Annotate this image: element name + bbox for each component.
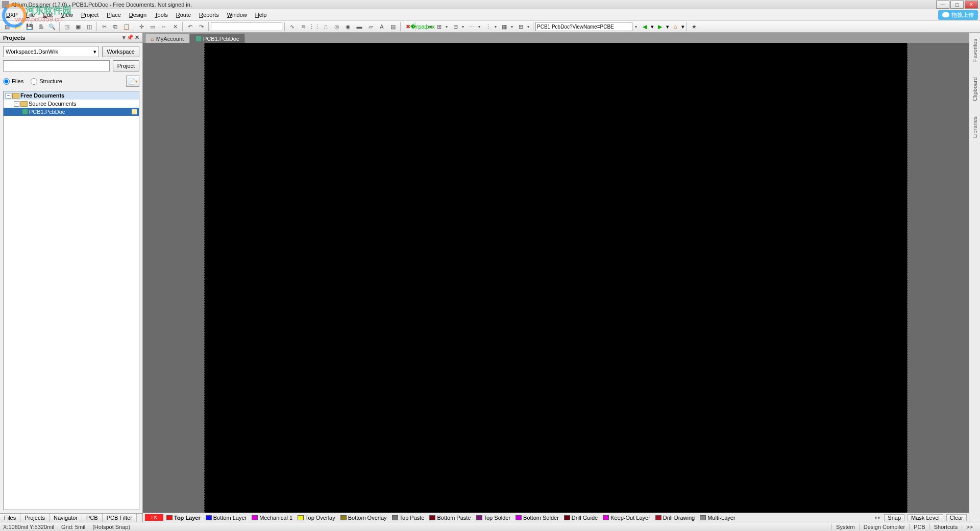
workspace-button[interactable]: Workspace — [102, 46, 139, 57]
structure-radio[interactable]: Structure — [31, 78, 62, 85]
layer-tab-drill-guide[interactable]: Drill Guide — [564, 515, 598, 521]
menu-project[interactable]: Project — [77, 11, 103, 19]
files-radio[interactable]: Files — [3, 78, 23, 85]
status-system-button[interactable]: System — [831, 524, 859, 530]
status---button[interactable]: >> — [962, 524, 977, 530]
project-name-input[interactable] — [3, 60, 110, 71]
layer-tab-mechanical-1[interactable]: Mechanical 1 — [252, 515, 292, 521]
string-icon[interactable]: A — [377, 21, 387, 32]
layerbar-snap-button[interactable]: Snap — [884, 514, 904, 521]
paste-icon[interactable]: 📋 — [121, 21, 132, 32]
via-icon[interactable]: ◎ — [332, 21, 342, 32]
deselect-icon[interactable]: ✕ — [170, 21, 180, 32]
menu-view[interactable]: View — [57, 11, 77, 19]
rail-tab-favorites[interactable]: Favorites — [971, 36, 979, 65]
tree-root[interactable]: − Free Documents — [4, 91, 139, 100]
projects-tree[interactable]: − Free Documents − Source Documents PCB1… — [3, 91, 139, 510]
layerbar-clear-button[interactable]: Clear — [946, 514, 967, 521]
favorites-icon[interactable]: ★ — [689, 21, 699, 32]
copy-icon[interactable]: ⧉ — [110, 21, 120, 32]
panel-dropdown-icon[interactable]: ▾ — [122, 34, 126, 41]
save-icon[interactable]: 💾 — [24, 21, 35, 32]
layer-tab-multi-layer[interactable]: Multi-Layer — [700, 515, 735, 521]
layer-tab-top-layer[interactable]: Top Layer — [166, 515, 201, 521]
panel-tab-files[interactable]: Files — [0, 514, 20, 522]
new-icon[interactable]: ▤ — [2, 21, 12, 32]
tree-document-selected[interactable]: PCB1.PcbDoc — [4, 108, 139, 116]
route-diff-icon[interactable]: ≋ — [298, 21, 308, 32]
preview-icon[interactable]: 🔍 — [47, 21, 57, 32]
tree-folder[interactable]: − Source Documents — [4, 100, 139, 108]
menu-edit[interactable]: Edit — [39, 11, 57, 19]
print-icon[interactable]: 🖶 — [36, 21, 46, 32]
doc-tab-myaccount[interactable]: ⌂MyAccount — [145, 34, 189, 43]
layer-tab-keep-out-layer[interactable]: Keep-Out Layer — [603, 515, 650, 521]
zoom-area-icon[interactable]: ◳ — [62, 21, 72, 32]
rail-tab-clipboard[interactable]: Clipboard — [971, 74, 979, 104]
select-rect-icon[interactable]: ▭ — [148, 21, 158, 32]
fill-icon[interactable]: ▬ — [354, 21, 364, 32]
project-button[interactable]: Project — [113, 60, 139, 71]
panel-options-button[interactable]: 📄▾ — [126, 76, 139, 87]
distribute-h-icon[interactable]: ⋯ — [467, 21, 477, 32]
pad-icon[interactable]: ◉ — [343, 21, 353, 32]
close-button[interactable]: ✕ — [965, 1, 978, 9]
zoom-selected-icon[interactable]: ◫ — [84, 21, 94, 32]
status-design-compiler-button[interactable]: Design Compiler — [859, 524, 909, 530]
align-left-icon[interactable]: �график — [418, 21, 428, 32]
open-icon[interactable]: 📂 — [13, 21, 23, 32]
nav-address-input[interactable] — [535, 22, 632, 31]
panel-tab-pcb[interactable]: PCB — [82, 514, 103, 522]
minimize-button[interactable]: — — [936, 1, 949, 9]
collapse-icon[interactable]: − — [6, 93, 11, 99]
layer-tab-bottom-paste[interactable]: Bottom Paste — [429, 515, 471, 521]
room-icon[interactable]: ▦ — [499, 21, 509, 32]
layer-set-button[interactable]: LS — [145, 514, 163, 521]
menu-route[interactable]: Route — [172, 11, 195, 19]
rail-tab-libraries[interactable]: Libraries — [971, 113, 979, 141]
distribute-v-icon[interactable]: ⋮ — [483, 21, 493, 32]
scroll-indicator-icon[interactable]: ▸▸ — [875, 514, 881, 521]
layer-tab-drill-drawing[interactable]: Drill Drawing — [655, 515, 695, 521]
layerbar-mask-level-button[interactable]: Mask Level — [908, 514, 943, 521]
panel-close-icon[interactable]: ✕ — [135, 34, 139, 41]
status-pcb-button[interactable]: PCB — [909, 524, 929, 530]
tune-icon[interactable]: ⎍ — [321, 21, 331, 32]
undo-icon[interactable]: ↶ — [185, 21, 195, 32]
doc-tab-pcb1-pcbdoc[interactable]: PCB1.PcbDoc — [190, 34, 244, 43]
nav-back-icon[interactable]: ◀ — [640, 21, 650, 32]
menu-place[interactable]: Place — [103, 11, 125, 19]
cross-select-icon[interactable]: ✛ — [136, 21, 146, 32]
menu-help[interactable]: Help — [251, 11, 271, 19]
collapse-icon[interactable]: − — [14, 101, 19, 107]
cut-icon[interactable]: ✂ — [99, 21, 109, 32]
menu-design[interactable]: Design — [125, 11, 151, 19]
layer-tab-bottom-overlay[interactable]: Bottom Overlay — [340, 515, 387, 521]
filter-input[interactable] — [211, 22, 282, 31]
move-icon[interactable]: ↔ — [159, 21, 169, 32]
route-track-icon[interactable]: ∿ — [287, 21, 297, 32]
component-icon[interactable]: ▤ — [388, 21, 398, 32]
maximize-button[interactable]: ▢ — [950, 1, 964, 9]
align-h-icon[interactable]: ⊞ — [434, 21, 444, 32]
cloud-upload-button[interactable]: 拖拽上传 — [938, 10, 978, 20]
layer-tab-top-solder[interactable]: Top Solder — [476, 515, 511, 521]
pcb-canvas[interactable] — [143, 43, 969, 513]
menu-file[interactable]: File — [22, 11, 39, 19]
layer-tab-bottom-layer[interactable]: Bottom Layer — [206, 515, 247, 521]
route-multi-icon[interactable]: ⋮⋮ — [309, 21, 320, 32]
nav-home-icon[interactable]: ⌂ — [670, 21, 680, 32]
layer-tab-top-paste[interactable]: Top Paste — [392, 515, 425, 521]
panel-pin-icon[interactable]: 📌 — [127, 34, 134, 41]
polygon-icon[interactable]: ▱ — [365, 21, 376, 32]
zoom-fit-icon[interactable]: ▣ — [73, 21, 83, 32]
status-shortcuts-button[interactable]: Shortcuts — [929, 524, 962, 530]
layer-tab-bottom-solder[interactable]: Bottom Solder — [516, 515, 559, 521]
panel-tab-navigator[interactable]: Navigator — [50, 514, 82, 522]
nav-fwd-icon[interactable]: ▶ — [655, 21, 665, 32]
panel-tab-projects[interactable]: Projects — [20, 514, 50, 522]
layer-tab-top-overlay[interactable]: Top Overlay — [298, 515, 335, 521]
menu-reports[interactable]: Reports — [195, 11, 223, 19]
menu-dxp[interactable]: DXP — [2, 11, 22, 19]
menu-window[interactable]: Window — [223, 11, 251, 19]
